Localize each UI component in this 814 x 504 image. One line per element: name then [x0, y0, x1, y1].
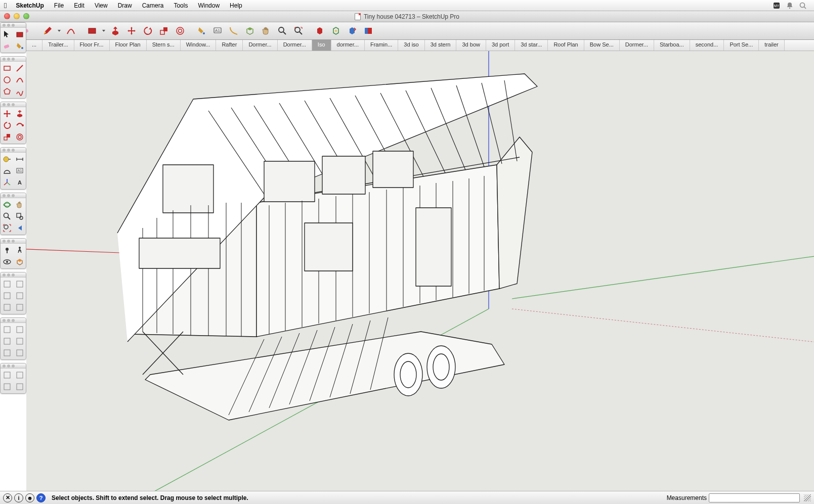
menu-edit[interactable]: Edit: [69, 2, 90, 9]
tool-trim-icon[interactable]: [1, 347, 13, 358]
scene-tab[interactable]: Floor Plan: [110, 40, 147, 51]
tool-protractor-icon[interactable]: [1, 165, 13, 176]
tb-model-info-icon[interactable]: [361, 24, 375, 37]
tool-sandbox3-icon[interactable]: [1, 381, 13, 392]
menu-view[interactable]: View: [90, 2, 113, 9]
menu-file[interactable]: File: [49, 2, 69, 9]
status-help-icon[interactable]: ?: [36, 493, 46, 502]
tool-look-icon[interactable]: [1, 256, 13, 267]
spotlight-icon[interactable]: [799, 2, 807, 10]
tool-follow-me-icon[interactable]: [14, 120, 26, 131]
tb-pushpull-icon[interactable]: [108, 24, 122, 37]
palette-header[interactable]: [1, 102, 26, 107]
tb-dimension-icon[interactable]: [227, 24, 241, 37]
tool-previous-icon[interactable]: [14, 222, 26, 234]
scene-tab[interactable]: 3d stern: [425, 40, 457, 51]
tb-move-icon[interactable]: [124, 24, 139, 37]
scene-tab[interactable]: dormer...: [331, 40, 365, 51]
scene-tab[interactable]: trailer: [759, 40, 785, 51]
tool-freehand-icon[interactable]: [14, 86, 26, 97]
scene-tab[interactable]: Window...: [181, 40, 217, 51]
tb-pan-icon[interactable]: [259, 24, 273, 37]
tool-solid3-icon[interactable]: [1, 290, 13, 301]
tool-tape-icon[interactable]: [1, 154, 13, 165]
palette-header[interactable]: [1, 148, 26, 153]
menu-help[interactable]: Help: [225, 2, 247, 9]
tool-position-icon[interactable]: [1, 245, 13, 256]
menu-draw[interactable]: Draw: [113, 2, 137, 9]
tool-rectangle-icon[interactable]: [1, 63, 13, 74]
apple-menu-icon[interactable]: : [4, 1, 7, 10]
tool-solid4-icon[interactable]: [14, 290, 26, 301]
scene-tab[interactable]: ...: [26, 40, 42, 51]
scene-tab[interactable]: 3d port: [486, 40, 515, 51]
scene-tab[interactable]: second...: [690, 40, 724, 51]
tb-orbit-icon[interactable]: [313, 24, 327, 37]
scene-tab[interactable]: Rafter: [216, 40, 243, 51]
tool-offset-icon[interactable]: [14, 131, 26, 143]
status-user-icon[interactable]: ☻: [25, 493, 34, 502]
tool-make-component-icon[interactable]: [14, 29, 26, 40]
resize-grip-icon[interactable]: [804, 494, 811, 501]
tb-zoom-icon[interactable]: [275, 24, 289, 37]
scene-tab[interactable]: Roof Plan: [548, 40, 584, 51]
window-minimize-button[interactable]: [14, 13, 20, 19]
palette-header[interactable]: [1, 239, 26, 244]
tool-pushpull-icon[interactable]: [14, 108, 26, 119]
tool-subtract-icon[interactable]: [14, 336, 26, 347]
scene-tab[interactable]: Dormer...: [243, 40, 277, 51]
notification-icon[interactable]: [786, 2, 794, 10]
tool-zoom-icon[interactable]: [1, 211, 13, 222]
status-credits-icon[interactable]: i: [14, 493, 23, 502]
tool-rotate-icon[interactable]: [1, 120, 13, 131]
model-viewport[interactable]: [26, 51, 814, 491]
tool-solid2-icon[interactable]: [14, 279, 26, 290]
window-titlebar[interactable]: Tiny house 042713 – SketchUp Pro: [0, 11, 814, 22]
tb-offset-icon[interactable]: [173, 24, 187, 37]
tool-zoom-window-icon[interactable]: [14, 211, 26, 222]
palette-header[interactable]: [1, 272, 26, 278]
tool-pan-icon[interactable]: [14, 199, 26, 210]
tb-text-icon[interactable]: A1: [210, 24, 225, 37]
status-geo-icon[interactable]: ✕: [3, 493, 12, 502]
tool-walk-icon[interactable]: [14, 245, 26, 256]
tb-pencil-icon[interactable]: [40, 24, 55, 37]
tool-3d-text-icon[interactable]: A: [14, 177, 26, 188]
measurements-input[interactable]: [709, 493, 800, 502]
palette-header[interactable]: [1, 318, 26, 323]
tool-move-icon[interactable]: [1, 108, 13, 119]
scene-tab[interactable]: Starboa...: [654, 40, 690, 51]
tool-select-icon[interactable]: [1, 29, 13, 40]
scene-tab[interactable]: Framin...: [365, 40, 398, 51]
tb-arc-icon[interactable]: [64, 24, 78, 37]
tool-scale-icon[interactable]: [1, 131, 13, 143]
tool-eraser-icon[interactable]: [1, 40, 13, 52]
tb-rotate-icon[interactable]: [141, 24, 155, 37]
tool-circle-icon[interactable]: [1, 74, 13, 85]
menubar-extra-icon[interactable]: MY: [773, 2, 781, 10]
tb-scale-icon[interactable]: [157, 24, 171, 37]
scene-tab[interactable]: Bow Se...: [584, 40, 620, 51]
tb-paint-icon[interactable]: [194, 24, 208, 37]
tb-shape-dd[interactable]: [101, 29, 106, 33]
tool-section-icon[interactable]: [14, 256, 26, 267]
tool-orbit-icon[interactable]: [1, 199, 13, 210]
tool-solid5-icon[interactable]: [1, 302, 13, 313]
tool-arc-icon[interactable]: [14, 74, 26, 85]
menu-window[interactable]: Window: [193, 2, 225, 9]
scene-tab[interactable]: 3d iso: [398, 40, 424, 51]
tool-axes-icon[interactable]: [1, 177, 13, 188]
tool-sandbox2-icon[interactable]: [14, 370, 26, 381]
tool-union-icon[interactable]: [1, 336, 13, 347]
tool-outer-shell-icon[interactable]: [1, 324, 13, 335]
tb-pencil-dd[interactable]: [57, 29, 62, 33]
tool-dimension-icon[interactable]: [14, 154, 26, 165]
scene-tab[interactable]: Dormer...: [620, 40, 654, 51]
tool-solid6-icon[interactable]: [14, 302, 26, 313]
menu-tools[interactable]: Tools: [168, 2, 193, 9]
scene-tab[interactable]: 3d star...: [515, 40, 548, 51]
scene-tab[interactable]: Stern s...: [147, 40, 181, 51]
scene-tab[interactable]: Dormer...: [278, 40, 312, 51]
tool-split-icon[interactable]: [14, 347, 26, 358]
scene-tab[interactable]: Trailer...: [42, 40, 74, 51]
